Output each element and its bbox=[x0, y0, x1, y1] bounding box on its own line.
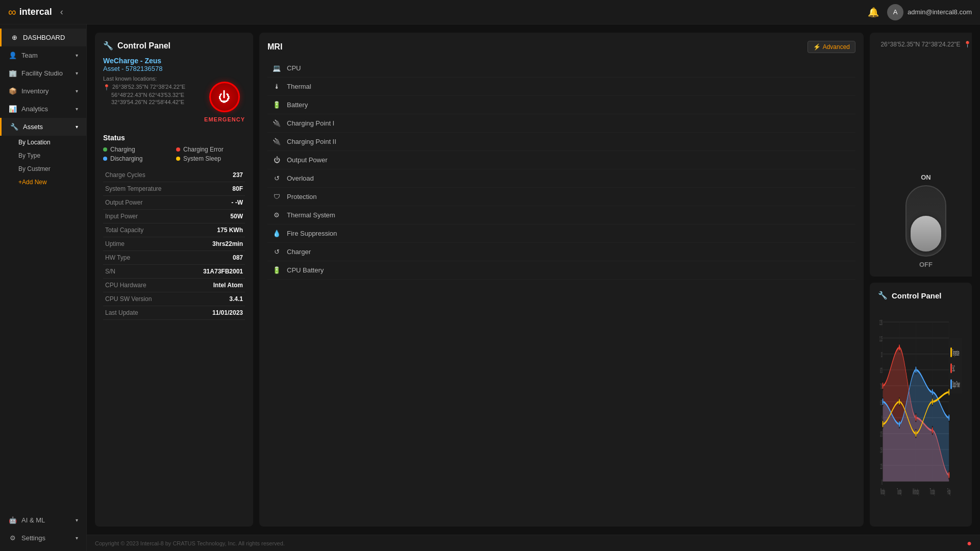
sidebar-item-label: Inventory bbox=[21, 87, 71, 95]
metric-value: 087 bbox=[185, 251, 245, 265]
metric-row: System Temperature80F bbox=[103, 182, 245, 196]
sidebar-sub-by-location[interactable]: By Location bbox=[18, 136, 86, 149]
mri-item-cpu-battery[interactable]: 🔋CPU Battery bbox=[267, 261, 855, 280]
sidebar-sub-by-type[interactable]: By Type bbox=[18, 149, 86, 162]
status-charging-error-label: Charging Error bbox=[183, 146, 224, 153]
svg-text:5: 5 bbox=[881, 414, 882, 422]
status-dot-green bbox=[103, 147, 107, 152]
sidebar-item-ai-ml[interactable]: 🤖 AI & ML ▾ bbox=[0, 511, 86, 529]
by-location-label: By Location bbox=[18, 139, 51, 146]
metric-label: CPU SW Version bbox=[103, 292, 185, 306]
metric-value: 175 KWh bbox=[185, 223, 245, 237]
svg-point-47 bbox=[932, 427, 933, 435]
logo-icon: ∞ bbox=[8, 6, 16, 19]
sidebar-sub-add-new[interactable]: +Add New bbox=[18, 176, 86, 189]
user-info: A admin@intercal8.com bbox=[887, 4, 972, 20]
protection-icon: 🛡 bbox=[272, 193, 282, 201]
metric-label: Input Power bbox=[103, 210, 185, 223]
mri-item-protection[interactable]: 🛡Protection bbox=[267, 188, 855, 206]
metric-row: HW Type087 bbox=[103, 251, 245, 265]
svg-point-58 bbox=[948, 388, 949, 396]
coords-text: 26°38'52.35"N 72°38'24.22"E bbox=[880, 41, 960, 48]
metric-row: CPU SW Version3.4.1 bbox=[103, 292, 245, 306]
emergency-label: EMERGENCY bbox=[204, 116, 245, 122]
on-label: ON bbox=[921, 173, 931, 181]
status-discharging-label: Discharging bbox=[110, 155, 142, 162]
svg-point-45 bbox=[899, 343, 900, 352]
facility-icon: 🏢 bbox=[8, 69, 17, 77]
footer-dot: ● bbox=[967, 539, 972, 548]
chevron-icon: ▾ bbox=[76, 70, 78, 76]
mri-item-thermal-system[interactable]: ⚙Thermal System bbox=[267, 206, 855, 224]
metric-value: 3hrs22min bbox=[185, 237, 245, 251]
sidebar-item-facility-studio[interactable]: 🏢 Facility Studio ▾ bbox=[0, 64, 86, 82]
svg-point-51 bbox=[915, 366, 916, 374]
mri-item-label: Overload bbox=[287, 174, 314, 182]
advanced-icon: ⚡ bbox=[813, 43, 821, 51]
control-panel-left: 🔧 Control Panel WeCharge - Zeus Asset - … bbox=[95, 33, 253, 527]
logo: ∞ intercal bbox=[8, 6, 52, 19]
analytics-icon: 📊 bbox=[8, 105, 17, 113]
copyright-text: Copyright © 2023 Intercal-8 by CRATUS Te… bbox=[95, 540, 285, 546]
notification-icon[interactable]: 🔔 bbox=[868, 7, 879, 18]
metric-label: CPU Hardware bbox=[103, 279, 185, 292]
mri-item-cpu[interactable]: 💻CPU bbox=[267, 59, 855, 78]
mri-item-label: Battery bbox=[287, 101, 308, 109]
svg-text:Tuesday: Tuesday bbox=[897, 487, 901, 496]
status-title: Status bbox=[103, 134, 245, 142]
metric-label: Total Capacity bbox=[103, 223, 185, 237]
mri-item-thermal[interactable]: 🌡Thermal bbox=[267, 78, 855, 96]
mri-title: MRI bbox=[267, 42, 282, 52]
sidebar-sub-by-customer[interactable]: By Custmer bbox=[18, 162, 86, 176]
by-type-label: By Type bbox=[18, 152, 40, 159]
mri-item-label: Charging Point I bbox=[287, 119, 334, 127]
mri-item-fire-suppression[interactable]: 💧Fire Suppression bbox=[267, 224, 855, 243]
sidebar-item-team[interactable]: 👤 Team ▾ bbox=[0, 46, 86, 64]
mri-item-label: Output Power bbox=[287, 156, 328, 164]
charging-point-2-icon: 🔌 bbox=[272, 138, 282, 145]
emergency-button[interactable]: ⏻ bbox=[209, 82, 240, 112]
sidebar-item-analytics[interactable]: 📊 Analytics ▾ bbox=[0, 100, 86, 118]
svg-text:11,25: 11,25 bbox=[879, 335, 882, 342]
status-charging: Charging bbox=[103, 146, 172, 153]
cpu-icon: 💻 bbox=[272, 64, 282, 72]
metric-label: Output Power bbox=[103, 196, 185, 210]
emergency-area: ⏻ EMERGENCY bbox=[103, 82, 245, 122]
advanced-button[interactable]: ⚡ Advanced bbox=[807, 41, 855, 53]
switch-panel: 26°38'52.35"N 72°38'24.22"E 📍 ON OFF bbox=[870, 33, 972, 277]
mri-item-charging-point-1[interactable]: 🔌Charging Point I bbox=[267, 114, 855, 133]
toggle-knob bbox=[911, 216, 941, 252]
ai-icon: 🤖 bbox=[8, 516, 17, 524]
sidebar: ⊕ DASHBOARD 👤 Team ▾ 🏢 Facility Studio ▾… bbox=[0, 24, 87, 551]
svg-text:12,50: 12,50 bbox=[879, 319, 882, 327]
metric-label: System Temperature bbox=[103, 182, 185, 196]
locations-label: Last known locations: bbox=[103, 76, 245, 82]
chevron-icon: ▾ bbox=[76, 53, 78, 58]
content-inner: 🔧 Control Panel WeCharge - Zeus Asset - … bbox=[87, 24, 980, 535]
sidebar-item-settings[interactable]: ⚙ Settings ▾ bbox=[0, 529, 86, 547]
toggle-switch[interactable] bbox=[905, 185, 946, 257]
mri-item-charging-point-2[interactable]: 🔌Charging Point II bbox=[267, 133, 855, 151]
mri-item-battery[interactable]: 🔋Battery bbox=[267, 96, 855, 114]
metric-row: S/N31A73FB2001 bbox=[103, 265, 245, 279]
metric-row: Charge Cycles237 bbox=[103, 168, 245, 182]
status-dot-blue bbox=[103, 157, 107, 161]
back-button[interactable]: ‹ bbox=[60, 7, 63, 17]
by-customer-label: By Custmer bbox=[18, 165, 51, 172]
topnav: ∞ intercal ‹ 🔔 A admin@intercal8.com bbox=[0, 0, 980, 24]
mri-item-output-power[interactable]: ⏻Output Power bbox=[267, 151, 855, 169]
chevron-icon: ▾ bbox=[76, 517, 78, 523]
sidebar-item-inventory[interactable]: 📦 Inventory ▾ bbox=[0, 82, 86, 100]
status-discharging: Discharging bbox=[103, 155, 172, 162]
svg-text:10: 10 bbox=[881, 350, 882, 358]
svg-text:Wednesday: Wednesday bbox=[913, 487, 919, 496]
sidebar-item-dashboard[interactable]: ⊕ DASHBOARD bbox=[0, 29, 86, 46]
chart-title: 🔧 Control Panel bbox=[878, 291, 964, 300]
metric-row: Uptime3hrs22min bbox=[103, 237, 245, 251]
mri-item-overload[interactable]: ↺Overload bbox=[267, 169, 855, 188]
assets-icon: 🔧 bbox=[10, 123, 19, 131]
metric-value: - -W bbox=[185, 196, 245, 210]
sidebar-item-assets[interactable]: 🔧 Assets ▾ bbox=[0, 118, 86, 136]
mri-item-charger[interactable]: ↺Charger bbox=[267, 243, 855, 261]
metric-row: Output Power- -W bbox=[103, 196, 245, 210]
